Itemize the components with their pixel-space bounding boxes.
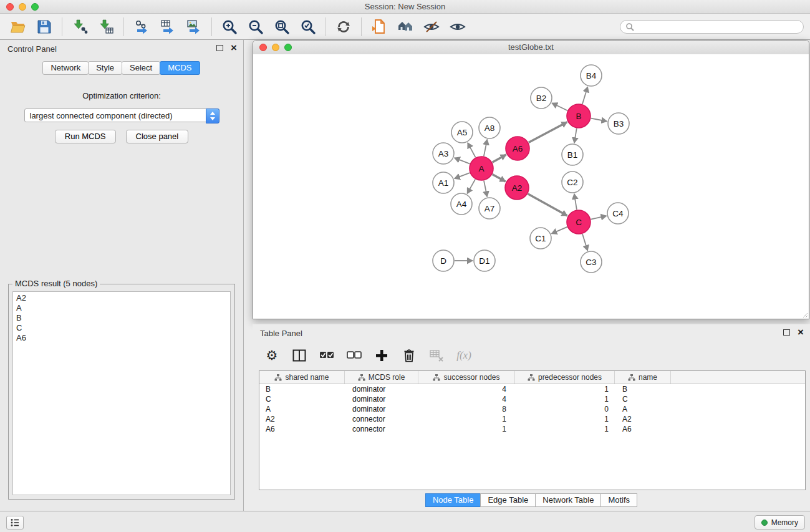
table-cell[interactable]: 1	[418, 415, 515, 423]
edge-C-C1[interactable]	[552, 227, 567, 234]
import-table-button[interactable]	[93, 16, 119, 37]
network-canvas-svg[interactable]: B4B2BB3A5A8A6A3B1AC2A1A2A4A7C4CC1C3DD1	[253, 54, 809, 319]
edge-B-B4[interactable]	[582, 87, 588, 104]
node-D[interactable]: D	[433, 250, 454, 271]
delete-columns-button[interactable]	[400, 346, 418, 365]
delete-table-button[interactable]	[427, 346, 446, 365]
zoom-fit-button[interactable]	[269, 16, 295, 37]
node-A8[interactable]: A8	[479, 117, 500, 138]
result-item[interactable]: C	[13, 323, 230, 333]
edge-A2-C[interactable]	[528, 194, 567, 216]
table-cell[interactable]: 4	[418, 395, 515, 404]
tab-mcds[interactable]: MCDS	[160, 61, 200, 75]
tab-network[interactable]: Network	[42, 61, 89, 75]
edge-B-B3[interactable]	[591, 118, 607, 122]
table-cell[interactable]: 1	[515, 425, 615, 433]
function-builder-button[interactable]: f(x)	[455, 346, 473, 365]
tab-edge-table[interactable]: Edge Table	[480, 493, 536, 507]
close-table-panel-icon[interactable]: ×	[798, 328, 804, 337]
refresh-view-button[interactable]	[330, 16, 357, 37]
table-cell[interactable]: connector	[345, 415, 418, 423]
export-image-button[interactable]	[181, 16, 207, 37]
node-C2[interactable]: C2	[562, 172, 583, 193]
result-item[interactable]: A2	[13, 293, 230, 303]
table-cell[interactable]: C	[259, 395, 345, 404]
edge-A-A2[interactable]	[493, 175, 506, 181]
resize-handle-icon[interactable]	[801, 311, 808, 318]
table-cell[interactable]: A	[615, 405, 671, 414]
edge-B-B2[interactable]	[552, 103, 567, 110]
node-B4[interactable]: B4	[581, 65, 602, 86]
table-cell[interactable]: A6	[615, 425, 671, 433]
open-file-button[interactable]	[5, 16, 31, 37]
memory-button[interactable]: Memory	[755, 515, 805, 530]
network-file-button[interactable]	[366, 16, 392, 37]
table-cell[interactable]: A	[259, 405, 345, 414]
first-neighbors-button[interactable]	[392, 16, 418, 37]
edge-A-A3[interactable]	[455, 158, 470, 164]
table-cell[interactable]: 0	[515, 405, 615, 414]
column-header-shared-name[interactable]: shared name	[259, 371, 345, 384]
add-column-button[interactable]	[372, 346, 391, 365]
table-row[interactable]: A2connector11A2	[259, 414, 805, 424]
column-header-MCDS-role[interactable]: MCDS role	[345, 371, 418, 384]
edge-A-A6[interactable]	[493, 155, 506, 162]
table-cell[interactable]: 4	[418, 385, 515, 394]
node-C3[interactable]: C3	[581, 251, 602, 273]
zoom-out-button[interactable]	[243, 16, 269, 37]
zoom-in-button[interactable]	[216, 16, 243, 37]
node-A[interactable]: A	[470, 157, 493, 180]
task-history-button[interactable]	[6, 516, 24, 530]
table-row[interactable]: Bdominator41B	[259, 384, 805, 394]
save-session-button[interactable]	[31, 16, 57, 37]
table-cell[interactable]: A6	[259, 425, 345, 433]
node-C1[interactable]: C1	[530, 228, 551, 249]
result-item[interactable]: A6	[13, 333, 230, 343]
tab-node-table[interactable]: Node Table	[425, 493, 481, 507]
result-item[interactable]: A	[13, 303, 230, 313]
table-cell[interactable]: A2	[615, 415, 671, 423]
table-cell[interactable]: A2	[259, 415, 345, 423]
edge-A-A7[interactable]	[484, 181, 487, 197]
export-network-button[interactable]	[128, 16, 155, 37]
node-A5[interactable]: A5	[451, 122, 473, 143]
column-header-name[interactable]: name	[615, 371, 671, 384]
node-C4[interactable]: C4	[607, 203, 629, 224]
close-panel-button[interactable]: Close panel	[126, 130, 189, 143]
edge-A-A5[interactable]	[468, 143, 476, 158]
table-cell[interactable]: dominator	[345, 405, 418, 414]
node-A1[interactable]: A1	[433, 172, 454, 193]
node-A6[interactable]: A6	[506, 137, 529, 160]
node-B1[interactable]: B1	[562, 144, 583, 165]
edge-C-C4[interactable]	[591, 216, 607, 220]
import-network-button[interactable]	[67, 16, 93, 37]
node-C[interactable]: C	[567, 210, 591, 234]
table-cell[interactable]: connector	[345, 425, 418, 433]
search-box[interactable]	[620, 20, 804, 34]
column-header-successor-nodes[interactable]: successor nodes	[418, 371, 515, 384]
tab-motifs[interactable]: Motifs	[600, 493, 637, 507]
edge-A-A4[interactable]	[467, 179, 475, 193]
float-panel-icon[interactable]	[216, 45, 223, 51]
node-A3[interactable]: A3	[433, 143, 454, 164]
node-A2[interactable]: A2	[505, 176, 529, 200]
tab-style[interactable]: Style	[88, 61, 122, 75]
edge-A-A8[interactable]	[484, 140, 487, 157]
zoom-selected-button[interactable]	[295, 16, 321, 37]
table-options-button[interactable]: ⚙	[263, 346, 281, 365]
table-row[interactable]: A6connector11A6	[259, 424, 805, 434]
node-A7[interactable]: A7	[479, 198, 500, 219]
table-cell[interactable]: 1	[515, 395, 615, 404]
close-panel-icon[interactable]: ×	[231, 44, 237, 52]
export-table-button[interactable]	[155, 16, 181, 37]
edge-A-A1[interactable]	[455, 173, 470, 178]
node-B3[interactable]: B3	[608, 113, 629, 134]
node-B[interactable]: B	[567, 104, 591, 128]
deselect-all-rows-button[interactable]	[345, 346, 364, 365]
show-hide-columns-button[interactable]	[290, 346, 309, 365]
table-row[interactable]: Adominator80A	[259, 404, 805, 414]
column-header-predecessor-nodes[interactable]: predecessor nodes	[515, 371, 615, 384]
table-cell[interactable]: C	[615, 395, 671, 404]
criterion-dropdown[interactable]: largest connected component (directed)	[24, 109, 219, 122]
select-all-rows-button[interactable]	[317, 346, 336, 365]
